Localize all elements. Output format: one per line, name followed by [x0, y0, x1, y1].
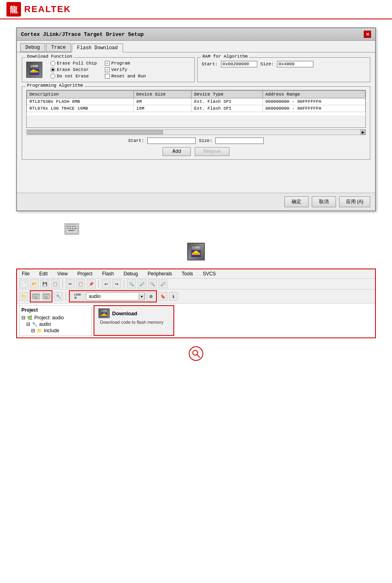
menu-peripherals[interactable]: Peripherals: [146, 271, 174, 277]
row1-address-range: 00800000H - 00FFFFFFH: [263, 98, 365, 105]
toolbar-sep1: [63, 280, 63, 288]
menu-debug[interactable]: Debug: [122, 271, 140, 277]
scrollbar-right-arrow[interactable]: ▶: [361, 130, 365, 135]
svg-rect-25: [33, 296, 34, 297]
toolbar-redo-btn[interactable]: ↪: [112, 279, 121, 288]
download-function-content: LOAD Er: [26, 61, 190, 79]
svg-rect-37: [45, 296, 46, 297]
algo-table: Description Device Size Device Type Addr…: [27, 90, 365, 112]
magnifier-svg: [191, 349, 201, 358]
menu-view[interactable]: View: [56, 271, 69, 277]
tab-trace[interactable]: Trace: [46, 43, 71, 52]
close-button[interactable]: ✕: [364, 31, 371, 38]
svg-rect-10: [67, 228, 69, 229]
toolbar-bookmark-btn[interactable]: 🔖: [158, 292, 167, 301]
radio-erase-sector-label: Erase Sector: [57, 67, 89, 72]
svg-rect-28: [37, 296, 38, 297]
check-reset-run[interactable]: Reset and Run: [105, 74, 146, 79]
load-icon-large-section: LOAD: [16, 243, 376, 260]
svg-rect-38: [46, 296, 47, 297]
toolbar-open-btn[interactable]: 📂: [30, 279, 39, 288]
algo-size-input[interactable]: [215, 137, 264, 144]
start-input[interactable]: [221, 61, 257, 67]
popup-download-desc: Download code to flash memory: [98, 320, 169, 325]
toolbar-extra-btn[interactable]: 🔧: [54, 292, 63, 301]
project-dropdown[interactable]: audio ▾: [86, 292, 145, 300]
check-verify-box[interactable]: [105, 67, 110, 72]
highlighted-load-buttons: [30, 290, 52, 302]
toolbar-search2-btn[interactable]: 🔎: [138, 279, 146, 288]
toolbar-undo-btn[interactable]: ↩: [102, 279, 111, 288]
toolbar-copy-btn[interactable]: 📋: [76, 279, 85, 288]
menu-edit[interactable]: Edit: [38, 271, 49, 277]
toolbar-search4-btn[interactable]: 🔎: [158, 279, 167, 288]
menu-tools[interactable]: Tools: [180, 271, 195, 277]
check-program-label: Program: [111, 61, 130, 66]
tab-flash-download[interactable]: Flash Download: [72, 44, 123, 52]
horizontal-scrollbar[interactable]: ▶: [26, 129, 366, 135]
toolbar-config-btn[interactable]: ⚙: [146, 292, 155, 301]
menu-project[interactable]: Project: [76, 271, 94, 277]
apply-button[interactable]: 应用 (A): [339, 196, 370, 207]
toolbar-search1-btn[interactable]: 🔍: [127, 279, 136, 288]
top-sections: Download Function LOAD: [22, 57, 370, 86]
svg-rect-7: [69, 226, 71, 227]
radio-erase-full[interactable]: Erase Full Chip: [50, 61, 97, 66]
row2-description: RTL876x LOG TRACE 16MB: [27, 105, 134, 112]
svg-rect-26: [34, 296, 35, 297]
remove-button[interactable]: Remove: [195, 147, 229, 156]
radio-erase-full-btn[interactable]: [50, 61, 55, 66]
scrollbar-thumb[interactable]: [27, 130, 163, 134]
page-content: Cortex JLink/JTrace Target Driver Setup …: [0, 19, 392, 369]
row2-device-size: 16M: [134, 105, 192, 112]
toolbar-keyboard-btn[interactable]: [31, 292, 40, 301]
radio-erase-full-label: Erase Full Chip: [57, 61, 97, 66]
menu-flash[interactable]: Flash: [100, 271, 115, 277]
load-icon-large-svg: [190, 249, 202, 258]
svg-rect-42: [101, 314, 107, 316]
toolbar-save2-btn[interactable]: 📋: [51, 279, 60, 288]
toolbar-load-download-btn[interactable]: LOAD⚙: [71, 292, 84, 301]
dropdown-arrow-icon[interactable]: ▾: [139, 294, 144, 300]
radio-do-not-erase-btn[interactable]: [50, 74, 55, 79]
ok-button[interactable]: 确定: [284, 196, 309, 207]
ram-algorithm-group: RAM for Algorithm Start: Size:: [197, 57, 370, 82]
radio-erase-sector-btn[interactable]: [50, 67, 55, 72]
menu-file[interactable]: File: [20, 271, 31, 277]
radio-erase-sector[interactable]: Erase Sector: [50, 67, 97, 72]
check-verify-label: Verify: [111, 67, 127, 72]
cancel-button[interactable]: 取消: [312, 196, 336, 207]
toolbar-new-btn[interactable]: 📄: [19, 279, 28, 288]
tab-debug[interactable]: Debug: [20, 43, 45, 52]
svg-rect-17: [192, 253, 200, 255]
check-reset-run-box[interactable]: [105, 74, 110, 79]
radio-do-not-erase[interactable]: Do not Erase: [50, 74, 97, 79]
algo-start-label: Start:: [128, 138, 144, 143]
algo-start-input[interactable]: [147, 137, 196, 144]
toolbar-paste-btn[interactable]: 📌: [87, 279, 96, 288]
check-program-box[interactable]: [105, 61, 110, 66]
size-label: Size:: [261, 62, 274, 67]
tree-include: ⊟ 📁 include: [21, 327, 90, 334]
svg-rect-32: [45, 294, 46, 295]
load-text: LOAD: [30, 64, 38, 68]
add-button[interactable]: Add: [163, 147, 191, 156]
page-header: 龍 REALTEK: [0, 0, 392, 19]
size-input[interactable]: [277, 61, 313, 67]
toolbar-keyboard2-btn[interactable]: [42, 292, 51, 301]
toolbar-save-btn[interactable]: 💾: [40, 279, 49, 288]
check-verify[interactable]: Verify: [105, 67, 146, 72]
toolbar-cut-btn[interactable]: ✂: [66, 279, 75, 288]
toolbar-sep3: [124, 280, 124, 288]
dialog-titlebar: Cortex JLink/JTrace Target Driver Setup …: [17, 28, 375, 41]
spacer-area: [22, 164, 370, 188]
svg-rect-29: [34, 298, 38, 298]
toolbar-search3-btn[interactable]: 🔍: [148, 279, 157, 288]
svg-rect-40: [44, 298, 48, 298]
svg-rect-27: [35, 296, 36, 297]
toolbar-info-btn[interactable]: ℹ: [169, 292, 178, 301]
check-program[interactable]: Program: [105, 61, 146, 66]
tree-include-icon: 📁: [37, 328, 42, 333]
toolbar-project-icon-btn[interactable]: 📁: [19, 292, 28, 301]
menu-svcs[interactable]: SVCS: [201, 271, 218, 277]
